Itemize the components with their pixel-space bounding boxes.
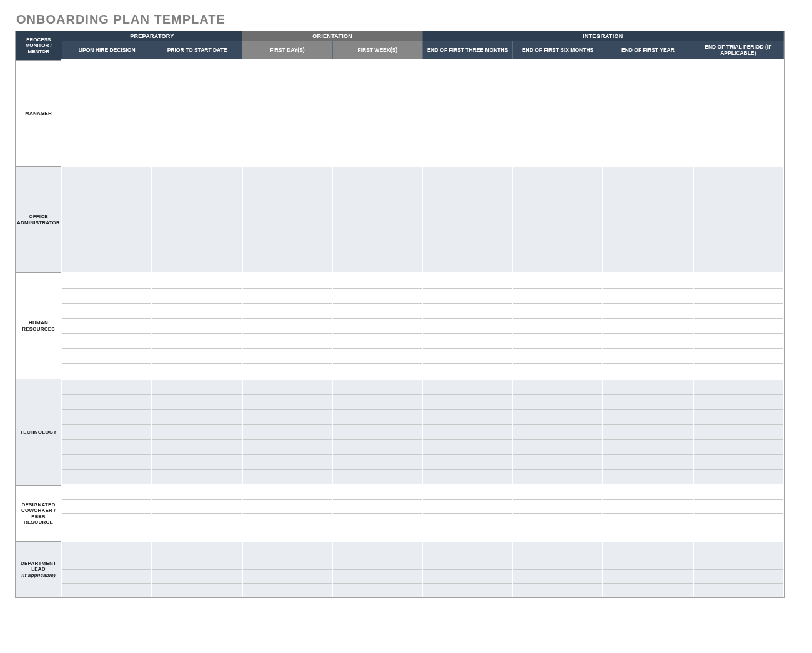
data-cell[interactable]: [332, 570, 422, 584]
data-cell[interactable]: [62, 151, 152, 167]
data-cell[interactable]: [603, 151, 693, 167]
data-cell[interactable]: [62, 106, 152, 121]
data-cell[interactable]: [423, 273, 513, 289]
data-cell[interactable]: [242, 167, 332, 182]
data-cell[interactable]: [152, 334, 242, 349]
data-cell[interactable]: [332, 182, 422, 197]
data-cell[interactable]: [603, 257, 693, 273]
data-cell[interactable]: [603, 121, 693, 136]
data-cell[interactable]: [62, 500, 152, 514]
data-cell[interactable]: [693, 470, 783, 486]
data-cell[interactable]: [423, 61, 513, 76]
data-cell[interactable]: [242, 584, 332, 597]
data-cell[interactable]: [693, 395, 783, 410]
data-cell[interactable]: [152, 289, 242, 304]
data-cell[interactable]: [513, 379, 603, 395]
data-cell[interactable]: [152, 514, 242, 527]
data-cell[interactable]: [242, 556, 332, 570]
data-cell[interactable]: [62, 167, 152, 182]
data-cell[interactable]: [423, 514, 513, 527]
data-cell[interactable]: [242, 121, 332, 136]
data-cell[interactable]: [603, 197, 693, 212]
data-cell[interactable]: [62, 440, 152, 455]
data-cell[interactable]: [152, 470, 242, 486]
data-cell[interactable]: [62, 182, 152, 197]
data-cell[interactable]: [513, 440, 603, 455]
data-cell[interactable]: [62, 556, 152, 570]
data-cell[interactable]: [513, 425, 603, 440]
data-cell[interactable]: [603, 527, 693, 542]
data-cell[interactable]: [62, 395, 152, 410]
data-cell[interactable]: [603, 106, 693, 121]
data-cell[interactable]: [423, 486, 513, 500]
data-cell[interactable]: [693, 61, 783, 76]
data-cell[interactable]: [513, 410, 603, 425]
data-cell[interactable]: [423, 76, 513, 91]
data-cell[interactable]: [332, 151, 422, 167]
data-cell[interactable]: [242, 440, 332, 455]
data-cell[interactable]: [423, 91, 513, 106]
data-cell[interactable]: [242, 364, 332, 379]
data-cell[interactable]: [62, 527, 152, 542]
data-cell[interactable]: [242, 319, 332, 334]
data-cell[interactable]: [423, 395, 513, 410]
data-cell[interactable]: [603, 273, 693, 289]
data-cell[interactable]: [693, 257, 783, 273]
data-cell[interactable]: [62, 136, 152, 151]
data-cell[interactable]: [603, 410, 693, 425]
data-cell[interactable]: [693, 379, 783, 395]
data-cell[interactable]: [242, 182, 332, 197]
data-cell[interactable]: [423, 182, 513, 197]
data-cell[interactable]: [152, 76, 242, 91]
data-cell[interactable]: [242, 197, 332, 212]
data-cell[interactable]: [242, 486, 332, 500]
data-cell[interactable]: [513, 304, 603, 319]
data-cell[interactable]: [423, 304, 513, 319]
data-cell[interactable]: [242, 289, 332, 304]
data-cell[interactable]: [242, 227, 332, 242]
data-cell[interactable]: [152, 106, 242, 121]
data-cell[interactable]: [152, 527, 242, 542]
data-cell[interactable]: [152, 455, 242, 470]
data-cell[interactable]: [693, 136, 783, 151]
data-cell[interactable]: [513, 273, 603, 289]
data-cell[interactable]: [242, 410, 332, 425]
data-cell[interactable]: [603, 470, 693, 486]
data-cell[interactable]: [603, 570, 693, 584]
data-cell[interactable]: [513, 227, 603, 242]
data-cell[interactable]: [62, 584, 152, 597]
data-cell[interactable]: [423, 197, 513, 212]
data-cell[interactable]: [513, 167, 603, 182]
data-cell[interactable]: [332, 455, 422, 470]
data-cell[interactable]: [423, 470, 513, 486]
data-cell[interactable]: [513, 570, 603, 584]
data-cell[interactable]: [693, 410, 783, 425]
data-cell[interactable]: [603, 212, 693, 227]
data-cell[interactable]: [423, 379, 513, 395]
data-cell[interactable]: [152, 304, 242, 319]
data-cell[interactable]: [693, 440, 783, 455]
data-cell[interactable]: [152, 257, 242, 273]
data-cell[interactable]: [693, 273, 783, 289]
data-cell[interactable]: [332, 349, 422, 364]
data-cell[interactable]: [603, 425, 693, 440]
data-cell[interactable]: [423, 242, 513, 257]
data-cell[interactable]: [332, 273, 422, 289]
data-cell[interactable]: [603, 486, 693, 500]
data-cell[interactable]: [152, 379, 242, 395]
data-cell[interactable]: [62, 425, 152, 440]
data-cell[interactable]: [332, 395, 422, 410]
data-cell[interactable]: [332, 410, 422, 425]
data-cell[interactable]: [693, 364, 783, 379]
data-cell[interactable]: [603, 227, 693, 242]
data-cell[interactable]: [693, 76, 783, 91]
data-cell[interactable]: [693, 584, 783, 597]
data-cell[interactable]: [693, 151, 783, 167]
data-cell[interactable]: [513, 584, 603, 597]
data-cell[interactable]: [242, 91, 332, 106]
data-cell[interactable]: [242, 570, 332, 584]
data-cell[interactable]: [62, 212, 152, 227]
data-cell[interactable]: [603, 61, 693, 76]
data-cell[interactable]: [603, 379, 693, 395]
data-cell[interactable]: [693, 197, 783, 212]
